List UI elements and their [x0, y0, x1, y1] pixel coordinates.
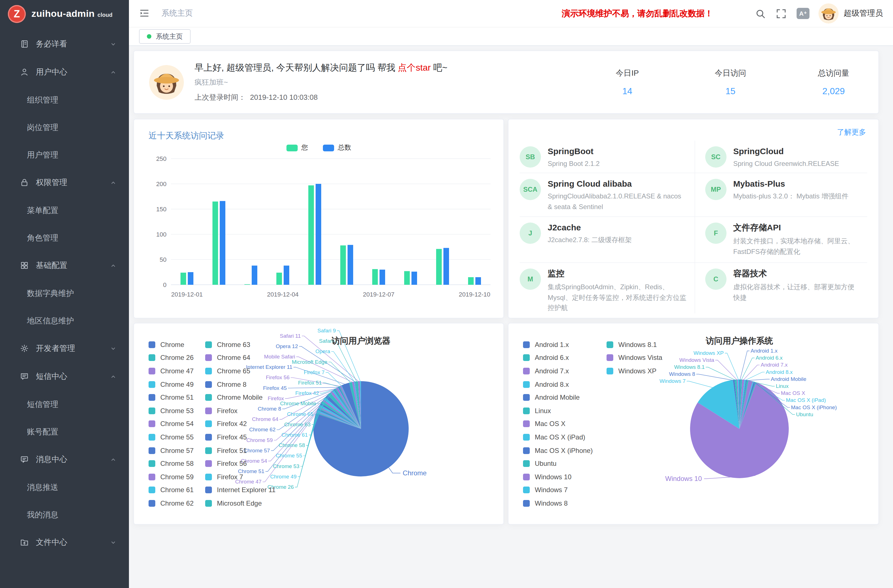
legend-item[interactable]: Windows 7 [523, 483, 593, 497]
legend-item[interactable]: Chrome 54 [149, 417, 194, 430]
legend-item[interactable]: 您 [286, 143, 308, 152]
legend-item[interactable]: Android 1.x [523, 338, 593, 351]
sidebar-item[interactable]: 基础配置 [0, 252, 129, 280]
sidebar-item-label: 权限管理 [36, 178, 110, 188]
legend-item[interactable]: Chrome 63 [205, 338, 275, 351]
legend-item[interactable]: Mac OS X (iPhone) [523, 444, 593, 457]
legend-label: Chrome 59 [160, 473, 194, 481]
learn-more-link[interactable]: 了解更多 [837, 127, 866, 137]
search-icon[interactable] [755, 8, 766, 19]
sidebar-subitem[interactable]: 我的消息 [0, 501, 129, 529]
svg-text:2019-12-07: 2019-12-07 [363, 291, 395, 298]
sidebar-toggle-icon[interactable] [139, 8, 150, 19]
legend-marker [607, 368, 613, 374]
user-avatar[interactable] [818, 3, 839, 24]
legend-item[interactable]: Android 8.x [523, 378, 593, 391]
sidebar-item[interactable]: 开发者管理 [0, 335, 129, 362]
legend-item[interactable]: Firefox 42 [205, 417, 275, 430]
legend-item[interactable]: Mac OS X (iPad) [523, 430, 593, 444]
svg-text:Opera 12: Opera 12 [276, 343, 298, 349]
legend-item[interactable]: Chrome 64 [205, 351, 275, 364]
legend-item[interactable]: Firefox 51 [205, 444, 275, 457]
legend-item[interactable]: Chrome 47 [149, 364, 194, 377]
sidebar-subitem[interactable]: 数据字典维护 [0, 280, 129, 307]
legend-item[interactable]: Mac OS X [523, 417, 593, 430]
legend-item[interactable]: Chrome 59 [149, 470, 194, 483]
svg-text:Opera: Opera [315, 348, 330, 354]
sidebar-subitem[interactable]: 菜单配置 [0, 197, 129, 224]
legend-item[interactable]: Android Mobile [523, 391, 593, 404]
legend-marker [149, 394, 155, 401]
legend-marker [149, 341, 155, 348]
tab-home[interactable]: 系统主页 [139, 29, 191, 44]
legend-marker [205, 394, 212, 401]
legend-item[interactable]: Chrome 55 [149, 430, 194, 444]
legend-item[interactable]: Chrome 57 [149, 444, 194, 457]
legend-label: Firefox 7 [217, 473, 243, 481]
sidebar-subitem[interactable]: 角色管理 [0, 224, 129, 252]
legend-label: Mac OS X [535, 420, 565, 428]
legend-marker [149, 381, 155, 388]
sidebar-item[interactable]: 文件中心 [0, 529, 129, 556]
sidebar-subitem[interactable]: 用户管理 [0, 141, 129, 169]
legend-item[interactable]: Chrome [149, 338, 194, 351]
legend-item[interactable]: Chrome 26 [149, 351, 194, 364]
legend-item[interactable]: Chrome 61 [149, 483, 194, 497]
username[interactable]: 超级管理员 [844, 8, 883, 18]
legend-item[interactable]: Windows 8.1 [607, 338, 662, 351]
legend-item[interactable]: Ubuntu [523, 457, 593, 470]
legend-item[interactable]: Firefox 45 [205, 430, 275, 444]
legend-item[interactable]: Chrome 53 [149, 404, 194, 417]
svg-text:Android Mobile: Android Mobile [771, 376, 806, 382]
legend-label: Android Mobile [535, 394, 580, 402]
sidebar-subitem[interactable]: 账号配置 [0, 418, 129, 446]
legend-item[interactable]: Chrome 62 [149, 497, 194, 510]
legend-item[interactable]: Android 7.x [523, 364, 593, 377]
legend-label: Chrome 53 [160, 407, 194, 415]
sidebar-subitem[interactable]: 组织管理 [0, 86, 129, 114]
row-charts-top: 近十天系统访问记录 您 总数 0501001502002502019-12-01… [134, 119, 879, 318]
legend-item[interactable]: Chrome 58 [149, 457, 194, 470]
sidebar-subitem[interactable]: 短信管理 [0, 391, 129, 418]
legend-item[interactable]: Windows XP [607, 364, 662, 377]
svg-text:Microsoft Edge: Microsoft Edge [292, 359, 328, 365]
star-link[interactable]: 点个star [398, 63, 430, 72]
legend-item[interactable]: Chrome 65 [205, 364, 275, 377]
legend-label: Firefox [217, 407, 238, 415]
visits-bar-chart[interactable]: 0501001502002502019-12-012019-12-042019-… [143, 152, 496, 312]
legend-item[interactable]: 总数 [323, 143, 351, 152]
legend-item[interactable]: Internet Explorer 11 [205, 483, 275, 497]
tech-badge: SB [520, 146, 541, 168]
legend-item[interactable]: Windows 10 [523, 470, 593, 483]
fullscreen-icon[interactable] [776, 8, 787, 19]
folder-icon [20, 538, 29, 547]
legend-label: Firefox 56 [217, 460, 247, 468]
legend-item[interactable]: Chrome 49 [149, 378, 194, 391]
sidebar-subitem[interactable]: 岗位管理 [0, 114, 129, 141]
sidebar-subitem[interactable]: 消息推送 [0, 474, 129, 501]
legend-label: Windows XP [618, 367, 657, 375]
sidebar-item[interactable]: 用户中心 [0, 58, 129, 86]
sidebar-subitem[interactable]: 地区信息维护 [0, 307, 129, 335]
legend-item[interactable]: Windows Vista [607, 351, 662, 364]
legend-label: Chrome 51 [160, 394, 194, 402]
sidebar-item[interactable]: 消息中心 [0, 446, 129, 474]
legend-item[interactable]: Android 6.x [523, 351, 593, 364]
sidebar-item[interactable]: 短信中心 [0, 362, 129, 391]
font-size-icon[interactable]: A⁺ [797, 8, 809, 19]
legend-label: Windows 7 [535, 486, 568, 494]
sidebar-item[interactable]: 务必详看 [0, 30, 129, 58]
legend-item[interactable]: Microsoft Edge [205, 497, 275, 510]
sidebar-item[interactable]: 权限管理 [0, 169, 129, 197]
svg-text:250: 250 [156, 155, 167, 162]
legend-item[interactable]: Firefox 56 [205, 457, 275, 470]
legend-item[interactable]: Windows 8 [523, 497, 593, 510]
legend-item[interactable]: Chrome 8 [205, 378, 275, 391]
legend-item[interactable]: Chrome 51 [149, 391, 194, 404]
legend-item[interactable]: Firefox [205, 404, 275, 417]
legend-marker [523, 355, 530, 361]
brand[interactable]: Z zuihou-admincloud [0, 0, 129, 28]
legend-item[interactable]: Chrome Mobile [205, 391, 275, 404]
legend-item[interactable]: Linux [523, 404, 593, 417]
legend-item[interactable]: Firefox 7 [205, 470, 275, 483]
